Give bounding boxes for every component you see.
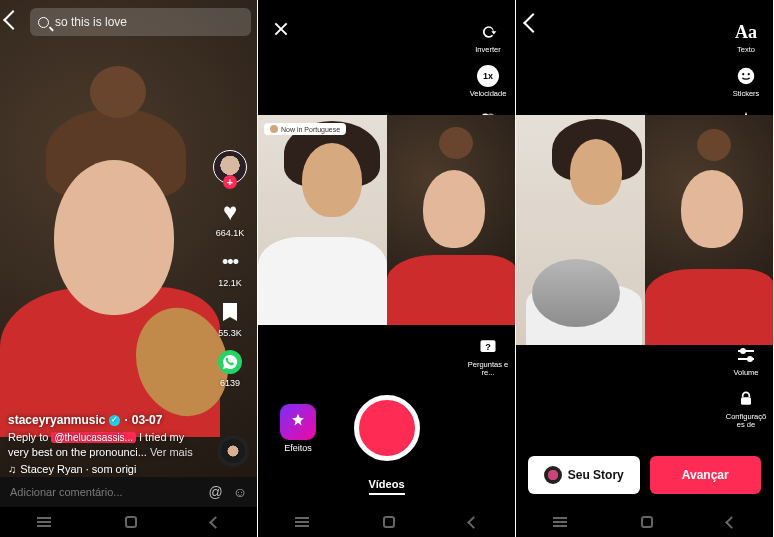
comment-button[interactable]: ••• 12.1K bbox=[216, 248, 244, 288]
lock-icon bbox=[734, 387, 758, 411]
svg-point-13 bbox=[742, 73, 744, 75]
back-button[interactable] bbox=[526, 16, 540, 34]
back-button[interactable] bbox=[6, 13, 20, 31]
username[interactable]: staceyryanmusic bbox=[8, 412, 105, 428]
svg-point-14 bbox=[748, 73, 750, 75]
sound-name: Stacey Ryan · som origi bbox=[20, 462, 136, 477]
svg-point-25 bbox=[741, 349, 745, 353]
save-button[interactable]: 55.3K bbox=[216, 298, 244, 338]
sound-row[interactable]: ♫ Stacey Ryan · som origi bbox=[8, 462, 202, 477]
overlay-caption-pill: Now in Portuguese bbox=[264, 123, 346, 135]
back-nav-icon bbox=[467, 516, 480, 529]
edit-preview bbox=[516, 115, 773, 345]
post-date: 03-07 bbox=[132, 412, 163, 428]
record-screen: Inverter 1x Velocidade Filtros Maquiagem… bbox=[258, 0, 516, 537]
whatsapp-icon bbox=[216, 348, 244, 376]
duet-preview: Now in Portuguese bbox=[258, 115, 515, 325]
flip-camera-icon bbox=[476, 20, 500, 44]
text-icon: Aa bbox=[734, 20, 758, 44]
mention-icon[interactable]: @ bbox=[208, 484, 222, 500]
follow-plus-icon[interactable]: + bbox=[223, 175, 237, 189]
tool-invert[interactable]: Inverter bbox=[475, 20, 500, 54]
effects-button[interactable]: Efeitos bbox=[280, 404, 316, 453]
edit-left-pane bbox=[516, 115, 645, 345]
effects-icon bbox=[280, 404, 316, 440]
system-nav-bar bbox=[258, 507, 515, 537]
bookmark-icon bbox=[216, 298, 244, 326]
feed-screen: so this is love + ♥ 664.1K ••• 12.1K 55.… bbox=[0, 0, 258, 537]
back-arrow-icon bbox=[523, 13, 543, 33]
next-label: Avançar bbox=[682, 468, 729, 482]
next-button[interactable]: Avançar bbox=[650, 456, 762, 494]
duet-right-pane bbox=[387, 115, 516, 325]
home-button[interactable] bbox=[641, 516, 653, 528]
recents-icon bbox=[553, 521, 567, 523]
emoji-icon[interactable]: ☺ bbox=[233, 484, 247, 500]
like-count: 664.1K bbox=[216, 228, 245, 238]
illustration-face bbox=[54, 160, 174, 315]
mode-tab-videos[interactable]: Vídeos bbox=[368, 478, 404, 495]
tool-stickers[interactable]: Stickers bbox=[733, 64, 760, 98]
recents-button[interactable] bbox=[295, 521, 309, 523]
story-avatar-icon bbox=[544, 466, 562, 484]
tool-speed[interactable]: 1x Velocidade bbox=[470, 64, 507, 98]
svg-point-12 bbox=[738, 68, 755, 85]
back-arrow-icon bbox=[3, 10, 23, 30]
author-avatar[interactable]: + bbox=[213, 150, 247, 184]
caption-text-2: very best on the pronounci... bbox=[8, 446, 147, 458]
back-nav-button[interactable] bbox=[727, 518, 736, 527]
close-button[interactable] bbox=[268, 16, 294, 42]
illustration-bun bbox=[90, 66, 146, 118]
system-nav-bar bbox=[516, 507, 773, 537]
recents-icon bbox=[37, 521, 51, 523]
system-nav-bar bbox=[0, 507, 257, 537]
sound-disc[interactable] bbox=[217, 435, 249, 467]
record-button[interactable] bbox=[354, 395, 420, 461]
home-icon bbox=[641, 516, 653, 528]
recents-button[interactable] bbox=[37, 521, 51, 523]
back-nav-button[interactable] bbox=[469, 518, 478, 527]
comment-bar: Adicionar comentário... @ ☺ bbox=[0, 477, 257, 507]
like-button[interactable]: ♥ 664.1K bbox=[216, 198, 245, 238]
tool-stickers-label: Stickers bbox=[733, 90, 760, 98]
video-metadata: staceyryanmusic ✓ · 03-07 Reply to @thel… bbox=[8, 412, 202, 477]
edit-screen: Aa Texto Stickers Efeitos Filtros Legend… bbox=[516, 0, 774, 537]
caption[interactable]: Reply to @thelucasassis... I tried my ve… bbox=[8, 430, 202, 460]
see-more[interactable]: Ver mais bbox=[150, 446, 193, 458]
effects-label: Efeitos bbox=[284, 444, 312, 453]
top-bar: so this is love bbox=[6, 6, 251, 38]
post-bottom-bar: Seu Story Avançar bbox=[516, 443, 773, 507]
tool-volume-label: Volume bbox=[733, 369, 758, 377]
tool-text[interactable]: Aa Texto bbox=[734, 20, 758, 54]
tool-volume[interactable]: Volume bbox=[733, 343, 758, 377]
home-button[interactable] bbox=[125, 516, 137, 528]
tool-privacy-label: Configurações de bbox=[724, 413, 768, 429]
comment-icon: ••• bbox=[216, 248, 244, 276]
verified-badge-icon: ✓ bbox=[109, 415, 120, 426]
back-nav-icon bbox=[209, 516, 222, 529]
your-story-button[interactable]: Seu Story bbox=[528, 456, 640, 494]
mention-pill[interactable]: @thelucasassis... bbox=[51, 432, 136, 443]
record-bottom-area: Efeitos Vídeos bbox=[258, 317, 515, 507]
back-nav-button[interactable] bbox=[211, 518, 220, 527]
action-rail: + ♥ 664.1K ••• 12.1K 55.3K 6139 bbox=[209, 150, 251, 388]
music-note-icon: ♫ bbox=[8, 462, 16, 477]
recents-icon bbox=[295, 521, 309, 523]
recents-button[interactable] bbox=[553, 521, 567, 523]
dot-separator: · bbox=[124, 412, 127, 428]
tool-speed-label: Velocidade bbox=[470, 90, 507, 98]
speed-icon: 1x bbox=[476, 64, 500, 88]
home-button[interactable] bbox=[383, 516, 395, 528]
tool-text-label: Texto bbox=[737, 46, 755, 54]
home-icon bbox=[383, 516, 395, 528]
tool-privacy[interactable]: Configurações de bbox=[724, 387, 768, 429]
search-input[interactable]: so this is love bbox=[30, 8, 251, 36]
search-text: so this is love bbox=[55, 15, 127, 29]
search-icon bbox=[38, 17, 49, 28]
share-whatsapp-button[interactable]: 6139 bbox=[216, 348, 244, 388]
back-nav-icon bbox=[725, 516, 738, 529]
share-count: 6139 bbox=[220, 378, 240, 388]
duet-left-pane: Now in Portuguese bbox=[258, 115, 387, 325]
comment-input[interactable]: Adicionar comentário... bbox=[10, 486, 123, 498]
your-story-label: Seu Story bbox=[568, 468, 624, 482]
